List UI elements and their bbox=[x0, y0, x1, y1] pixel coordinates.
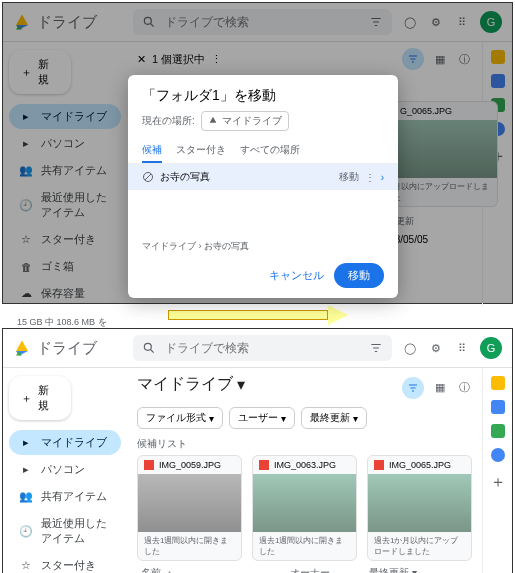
chevron-down-icon: ▾ bbox=[209, 413, 214, 424]
image-icon bbox=[259, 460, 269, 470]
blocked-icon bbox=[142, 171, 154, 183]
filter-toggle[interactable] bbox=[402, 377, 424, 399]
chevron-down-icon: ▾ bbox=[237, 375, 245, 394]
chip-filetype[interactable]: ファイル形式▾ bbox=[137, 407, 223, 429]
more-icon[interactable]: ⋮ bbox=[365, 172, 375, 183]
dialog-title: 「フォルダ1」を移動 bbox=[128, 87, 398, 111]
rail-contacts-icon[interactable] bbox=[491, 448, 505, 462]
avatar[interactable]: G bbox=[480, 337, 502, 359]
dialog-move-button[interactable]: 移動 bbox=[334, 263, 384, 288]
clock-icon: 🕘 bbox=[19, 524, 33, 538]
svg-line-5 bbox=[151, 350, 154, 353]
drive-icon: ▸ bbox=[19, 436, 33, 450]
dialog-tab-starred[interactable]: スター付き bbox=[176, 139, 226, 163]
svg-point-4 bbox=[144, 343, 151, 350]
thumbnail-image bbox=[138, 474, 241, 532]
sidebar-item-shared[interactable]: 👥共有アイテム bbox=[9, 484, 121, 509]
apps-icon[interactable]: ⠿ bbox=[454, 340, 470, 356]
thumbnail-image bbox=[368, 474, 471, 532]
new-button-label: 新規 bbox=[38, 383, 59, 413]
svg-line-3 bbox=[145, 174, 151, 180]
sidebar-item-recent[interactable]: 🕘最近使用したアイテム bbox=[9, 511, 121, 551]
col-owner-header[interactable]: オーナー bbox=[290, 566, 359, 573]
rail-tasks-icon[interactable] bbox=[491, 424, 505, 438]
rail-keep-icon[interactable] bbox=[491, 376, 505, 390]
thumbnail-image bbox=[253, 474, 356, 532]
thumb-2[interactable]: IMG_0065.JPG 過去1か月以内にアップロードしました bbox=[367, 455, 472, 561]
sidebar-item-mydrive[interactable]: ▸マイドライブ bbox=[9, 430, 121, 455]
rail-calendar-icon[interactable] bbox=[491, 400, 505, 414]
chevron-down-icon: ▾ bbox=[353, 413, 358, 424]
move-dialog: 「フォルダ1」を移動 現在の場所: マイドライブ 候補 スター付き すべての場所… bbox=[128, 75, 398, 298]
help-icon[interactable]: ◯ bbox=[402, 340, 418, 356]
search-icon bbox=[141, 340, 157, 356]
page-title[interactable]: マイドライブ ▾ bbox=[137, 374, 245, 395]
search-input[interactable] bbox=[165, 341, 360, 355]
dialog-breadcrumb: マイドライブ › お寺の写真 bbox=[128, 190, 398, 259]
dialog-folder-item[interactable]: お寺の写真 移動 ⋮ › bbox=[128, 164, 398, 190]
col-date-header[interactable]: 最終更新 ▾ bbox=[369, 566, 438, 573]
rail-add-icon[interactable]: ＋ bbox=[490, 472, 506, 493]
sidebar-item-computers[interactable]: ▸パソコン bbox=[9, 457, 121, 482]
dialog-location[interactable]: マイドライブ bbox=[201, 111, 289, 131]
arrow-up-icon: ↑ bbox=[167, 568, 172, 574]
dialog-cancel-button[interactable]: キャンセル bbox=[269, 268, 324, 283]
grid-view-icon[interactable]: ▦ bbox=[432, 380, 448, 396]
info-icon[interactable]: ⓘ bbox=[456, 380, 472, 396]
chevron-right-icon[interactable]: › bbox=[381, 172, 384, 183]
computer-icon: ▸ bbox=[19, 463, 33, 477]
thumb-0[interactable]: IMG_0059.JPG 過去1週間以内に開きました bbox=[137, 455, 242, 561]
star-icon: ☆ bbox=[19, 559, 33, 573]
new-button[interactable]: ＋ 新規 bbox=[9, 376, 71, 420]
dialog-tab-suggest[interactable]: 候補 bbox=[142, 139, 162, 163]
col-name-header[interactable]: 名前 ↑ bbox=[141, 566, 280, 573]
chip-date[interactable]: 最終更新▾ bbox=[301, 407, 367, 429]
section-label: 候補リスト bbox=[137, 437, 472, 451]
plus-icon: ＋ bbox=[21, 391, 32, 406]
filter-icon[interactable] bbox=[368, 340, 384, 356]
thumb-1[interactable]: IMG_0063.JPG 過去1週間以内に開きました bbox=[252, 455, 357, 561]
sidebar-item-starred[interactable]: ☆スター付き bbox=[9, 553, 121, 573]
settings-icon[interactable]: ⚙ bbox=[428, 340, 444, 356]
app-name: ドライブ bbox=[37, 339, 97, 358]
drive-logo[interactable]: ドライブ bbox=[13, 339, 123, 358]
chip-user[interactable]: ユーザー▾ bbox=[229, 407, 295, 429]
image-icon bbox=[374, 460, 384, 470]
image-icon bbox=[144, 460, 154, 470]
chevron-down-icon: ▾ bbox=[281, 413, 286, 424]
dialog-tab-all[interactable]: すべての場所 bbox=[240, 139, 300, 163]
dialog-loc-label: 現在の場所: bbox=[142, 114, 195, 128]
search-bar[interactable] bbox=[133, 335, 392, 361]
people-icon: 👥 bbox=[19, 490, 33, 504]
